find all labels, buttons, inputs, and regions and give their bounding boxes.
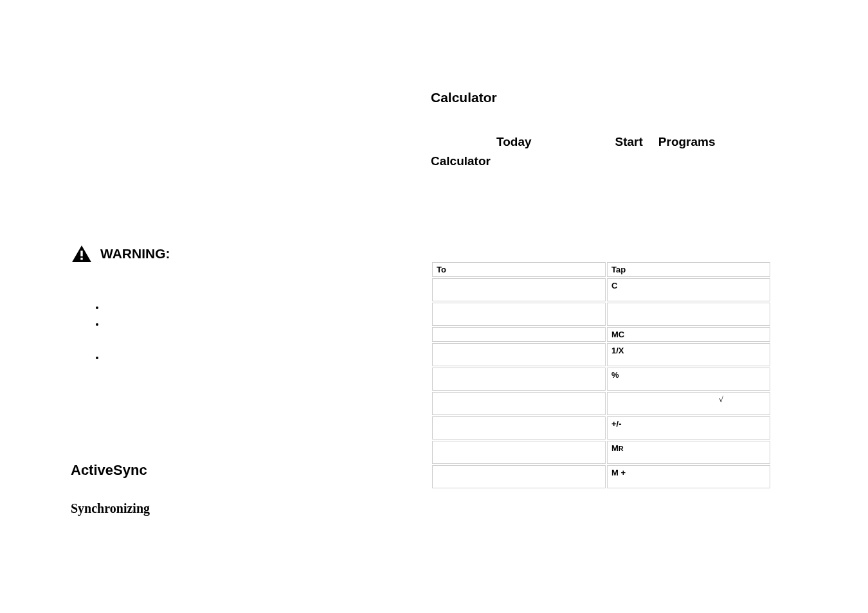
list-item — [105, 349, 341, 366]
sqrt-symbol: √ — [719, 395, 723, 405]
warning-bullet-list — [105, 299, 341, 366]
table-header-to: To — [432, 262, 606, 277]
table-row: C — [432, 278, 770, 301]
cell-to — [432, 343, 606, 366]
cell-tap: √ — [607, 392, 770, 415]
table-row: MR — [432, 441, 770, 464]
cell-tap: C — [607, 278, 770, 301]
list-item — [105, 299, 341, 315]
cell-tap: M + — [607, 465, 770, 488]
cell-to — [432, 392, 606, 415]
svg-rect-0 — [80, 251, 82, 256]
table-row: M + — [432, 465, 770, 488]
warning-row: WARNING: — [71, 244, 341, 263]
table-row: √ — [432, 392, 770, 415]
left-column: WARNING: ActiveSync Synchronizing — [71, 244, 341, 516]
calculator-table: To Tap C MC 1/X % — [431, 261, 772, 490]
cell-to — [432, 303, 606, 326]
cell-tap — [607, 303, 770, 326]
cell-to — [432, 441, 606, 464]
mr-m: M — [611, 443, 619, 453]
nav-programs: Programs — [658, 135, 716, 148]
cell-tap: MC — [607, 327, 770, 342]
nav-today: Today — [496, 135, 532, 148]
cell-to — [432, 278, 606, 301]
cell-tap: MR — [607, 441, 770, 464]
warning-icon — [71, 244, 93, 263]
svg-rect-1 — [80, 258, 82, 260]
table-row: 1/X — [432, 343, 770, 366]
table-row — [432, 303, 770, 326]
cell-to — [432, 465, 606, 488]
table-row: MC — [432, 327, 770, 342]
list-item — [105, 315, 341, 332]
table-header-tap: Tap — [607, 262, 770, 277]
cell-to — [432, 416, 606, 440]
activesync-heading: ActiveSync — [71, 462, 341, 479]
cell-to — [432, 327, 606, 342]
mr-r: R — [619, 445, 624, 452]
cell-to — [432, 368, 606, 391]
cell-tap: % — [607, 368, 770, 391]
navigation-text: TodayStartProgramsCalculator — [431, 132, 791, 171]
synchronizing-heading: Synchronizing — [71, 501, 341, 516]
nav-calculator: Calculator — [431, 154, 491, 168]
cell-tap: 1/X — [607, 343, 770, 366]
cell-tap: +/- — [607, 416, 770, 440]
calculator-heading: Calculator — [431, 90, 791, 105]
right-column: Calculator TodayStartProgramsCalculator … — [431, 90, 791, 490]
nav-start: Start — [615, 135, 643, 148]
table-row: +/- — [432, 416, 770, 440]
warning-label: WARNING: — [100, 246, 170, 262]
table-row: % — [432, 368, 770, 391]
